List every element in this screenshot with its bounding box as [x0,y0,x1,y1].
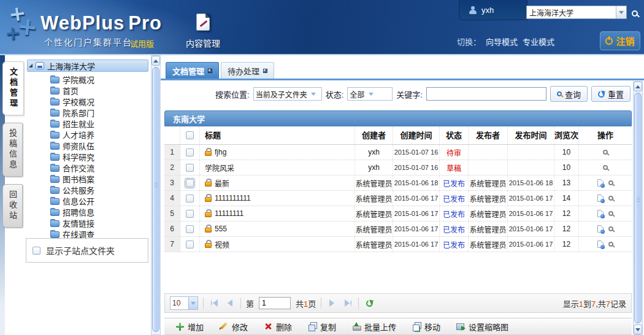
mode-professional-link[interactable]: 专业模式 [523,37,554,47]
content-scrollbar[interactable] [633,81,643,335]
header-search-button[interactable] [632,8,638,19]
tree-item[interactable]: 信息公开 [25,195,150,206]
tree-scrollbar[interactable] [151,55,161,335]
row-checkbox[interactable] [186,179,194,187]
scroll-up-icon[interactable] [151,56,160,66]
tree-item[interactable]: 科学研究 [25,151,150,162]
mode-switch: 切换：向导模式专业模式 [457,36,554,47]
side-tab[interactable]: 文档管理 [2,61,24,115]
tree-root-node[interactable]: 上海海洋大学 [27,60,148,72]
tree-item-label: 师资队伍 [63,140,94,152]
view-count: 10 [554,160,579,175]
folder-icon [50,220,59,227]
select-all-checkbox[interactable] [186,131,194,139]
reset-button[interactable]: 重置 [591,86,631,102]
row-checkbox[interactable] [186,225,194,233]
tree-item[interactable]: 图书档案 [25,173,150,184]
row-number: 1 [164,145,180,160]
row-checkbox[interactable] [186,148,194,156]
query-button[interactable]: 查询 [550,86,588,102]
doc-title-link[interactable]: 学院风采 [205,163,234,173]
publish-doc-icon[interactable] [597,194,604,202]
view-detail-icon[interactable] [608,196,613,201]
chevron-down-icon[interactable] [616,6,626,18]
doc-title-link[interactable]: 11111111 [215,209,243,218]
search-location-label: 搜索位置: [215,88,250,100]
last-page-button[interactable] [342,298,353,309]
scroll-up-icon[interactable] [634,82,642,91]
tree-item[interactable]: 友情链接 [25,217,150,228]
view-detail-icon[interactable] [608,211,613,216]
row-number: 4 [164,191,180,206]
doc-title-link[interactable]: fjhg [215,148,226,156]
page-prefix: 第 [246,298,254,309]
scroll-down-icon[interactable] [634,325,642,334]
module-content-management[interactable]: 内容管理 [182,13,224,49]
next-page-button[interactable] [326,298,337,309]
tree-item[interactable]: 合作交流 [25,162,150,173]
view-detail-icon[interactable] [603,150,608,155]
tree-item-label: 人才培养 [63,129,94,141]
tree-item[interactable]: 招聘信息 [25,206,150,217]
row-checkbox[interactable] [186,210,194,218]
tree-item[interactable]: 师资队伍 [25,140,150,151]
site-select[interactable]: 上海海洋大学 [526,6,627,19]
keyword-input[interactable] [426,87,546,101]
main-content: 文档管理 待办处理 搜索位置: 当前及子文件夹 状态: 全部 关键字: [161,55,644,335]
logout-button[interactable]: 注销 [600,31,640,50]
doc-title-link[interactable]: 1111111111 [215,194,251,202]
search-location-select[interactable]: 当前及子文件夹 [253,87,322,101]
row-checkbox[interactable] [186,241,194,248]
tab-pending-tasks[interactable]: 待办处理 [221,62,274,79]
view-detail-icon[interactable] [608,226,613,231]
search-bar: 搜索位置: 当前及子文件夹 状态: 全部 关键字: 查询 重置 [215,86,631,102]
page-number-input[interactable] [259,297,291,309]
content-scrollbar-thumb[interactable] [634,93,642,323]
side-tab[interactable]: 投稿信息 [2,123,23,177]
tree-item[interactable]: 学院概况 [25,74,150,85]
publish-doc-icon[interactable] [597,241,604,248]
row-checkbox[interactable] [186,194,194,202]
publish-doc-icon[interactable] [597,225,604,233]
toolbar-button-pencil[interactable]: 修改 [220,321,248,333]
tab-document-management[interactable]: 文档管理 [166,62,219,79]
publish-doc-icon[interactable] [597,210,604,217]
tree-item[interactable]: 院系部门 [25,107,150,118]
publish-doc-icon[interactable] [597,179,604,187]
toolbar-button-thumb[interactable]: 设置缩略图 [456,321,508,333]
status-filter-select[interactable]: 全部 [347,87,393,101]
toolbar-button-x[interactable]: 删除 [264,321,292,333]
tree-item[interactable]: 首页 [25,85,150,96]
subsite-checkbox[interactable] [33,247,40,255]
tree-scrollbar-thumb[interactable] [152,67,159,332]
view-count: 13 [554,175,579,190]
toolbar-button-move[interactable]: 移动 [412,321,440,333]
view-detail-icon[interactable] [608,180,613,185]
toolbar-button-copy[interactable]: 复制 [308,321,336,333]
doc-title-link[interactable]: 视频 [215,239,229,250]
refresh-icon [365,299,374,307]
app-title: WebPlusPro [40,12,162,34]
mode-wizard-link[interactable]: 向导模式 [486,37,518,47]
tree-item[interactable]: 人才培养 [25,129,150,140]
toolbar-button-upload[interactable]: 批量上传 [352,321,396,333]
toolbar-button-plus[interactable]: 增加 [175,321,204,333]
title-cell: 视频 [200,237,355,252]
power-icon [605,37,613,45]
first-page-button[interactable] [209,298,220,309]
view-detail-icon[interactable] [608,242,613,247]
side-tab[interactable]: 回收站 [2,184,23,228]
tree-item[interactable]: 公共服务 [25,184,150,195]
prev-page-button[interactable] [224,298,236,309]
refresh-page-button[interactable] [364,298,375,309]
chevron-down-icon [366,93,375,96]
user-tab[interactable]: yxh [459,0,527,20]
tree-item[interactable]: 学校概况 [25,96,150,107]
doc-title-link[interactable]: 最新 [215,178,229,188]
page-size-select[interactable]: 10 [170,296,198,310]
view-detail-icon[interactable] [603,165,608,170]
doc-title-link[interactable]: 555 [215,225,227,233]
tree-expander-icon[interactable] [29,64,33,67]
tree-item[interactable]: 招生就业 [25,118,150,129]
row-checkbox[interactable] [186,164,194,172]
